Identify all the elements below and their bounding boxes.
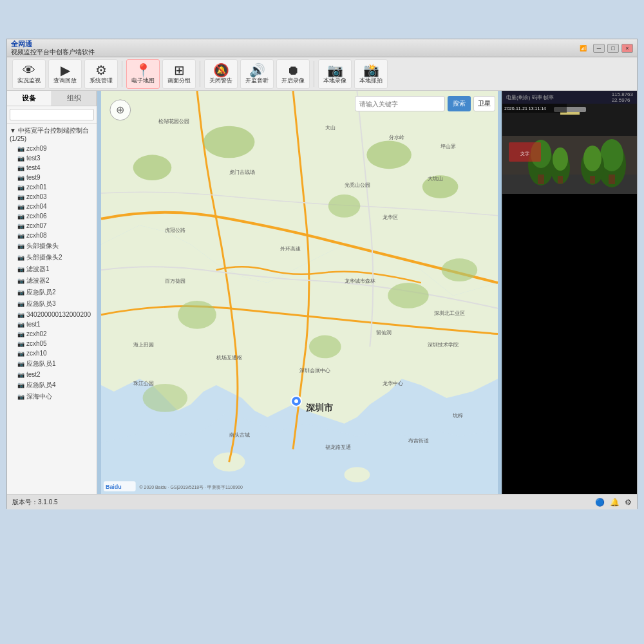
- tree-item-emergency3[interactable]: 📷应急队员3: [7, 298, 97, 310]
- tray-icon: 📶: [580, 45, 587, 52]
- tree-item-test1[interactable]: 📷test1: [7, 319, 97, 329]
- svg-rect-60: [538, 175, 544, 184]
- camera-icon-6: 📷: [17, 204, 24, 210]
- tree-item-head-cam2[interactable]: 📷头部摄像头2: [7, 252, 97, 263]
- svg-text:龙华城市森林: 龙华城市森林: [345, 278, 375, 284]
- alarm-off-label: 关闭警告: [209, 78, 232, 84]
- svg-point-15: [143, 384, 188, 412]
- toolbar-emap-btn[interactable]: 📍 电子地图: [126, 59, 160, 89]
- realtime-label: 实况监视: [17, 78, 41, 84]
- svg-text:⊕: ⊕: [116, 104, 124, 115]
- toolbar-snap-btn[interactable]: 📸 本地抓拍: [354, 59, 388, 89]
- map-svg: 深圳市 Baidu © 2020 Baidu · GS|2019/5218号 ·…: [97, 91, 502, 494]
- minimize-button[interactable]: ─: [593, 44, 605, 53]
- tree-item-shenzhen-center[interactable]: 📷深海中心: [7, 391, 97, 402]
- audio-label: 开监音听: [245, 78, 269, 84]
- camera-icon-3: 📷: [17, 175, 24, 181]
- realtime-icon: 👁: [23, 64, 35, 77]
- tree-item-test9[interactable]: 📷test9: [7, 173, 97, 182]
- toolbar-system-btn[interactable]: ⚙ 系统管理: [84, 59, 118, 89]
- toolbar-record-btn[interactable]: ⏺ 开启录像: [276, 59, 310, 89]
- camera-icon-14: 📷: [17, 289, 24, 296]
- brand: 全网通 视频监控平台中创客户端软件: [11, 40, 95, 56]
- tree-item-zcxh08[interactable]: 📷zcxh08: [7, 231, 97, 240]
- toolbar-realtime-btn[interactable]: 👁 实况监视: [12, 59, 46, 89]
- tree-item-filter2[interactable]: 📷滤波器2: [7, 275, 97, 287]
- camera-icon-15: 📷: [17, 301, 24, 307]
- tree-item-emergency2[interactable]: 📷应急队员2: [7, 287, 97, 298]
- tree-item-zcxh09[interactable]: 📷zcxh09: [7, 144, 97, 153]
- toolbar-local-record-btn[interactable]: 📷 本地录像: [318, 59, 352, 89]
- svg-text:深圳会展中心: 深圳会展中心: [299, 368, 330, 374]
- svg-text:松湖花园公园: 松湖花园公园: [158, 118, 189, 124]
- svg-text:福龙路互通: 福龙路互通: [325, 444, 351, 450]
- tree-item-zcxh01[interactable]: 📷zcxh01: [7, 182, 97, 192]
- svg-point-7: [204, 126, 254, 158]
- tree-item-zcxh10[interactable]: 📷zcxh10: [7, 348, 97, 358]
- tab-groups[interactable]: 组织: [52, 91, 97, 106]
- tree-item-test3[interactable]: 📷test3: [7, 153, 97, 163]
- main-content: 设备 组织 ▼ 中拓宽平台控制端控制台(1/25) 📷zcxh09 📷test3…: [7, 91, 637, 494]
- map-area[interactable]: 深圳市 Baidu © 2020 Baidu · GS|2019/5218号 ·…: [97, 91, 502, 494]
- tree-item-test2[interactable]: 📷test2: [7, 370, 97, 379]
- toolbar-screen-btn[interactable]: ⊞ 画面分组: [162, 59, 196, 89]
- map-search-button[interactable]: 搜索: [448, 96, 471, 111]
- toolbar-playback-btn[interactable]: ▶ 查询回放: [48, 59, 82, 89]
- tree-item-zcxh05[interactable]: 📷zcxh05: [7, 339, 97, 348]
- tree-item-zcxh07[interactable]: 📷zcxh07: [7, 221, 97, 231]
- tree-item-head-cam1[interactable]: 📷头部摄像头: [7, 240, 97, 252]
- camera-icon-12: 📷: [17, 266, 24, 272]
- status-icon-alert: 🔔: [610, 498, 620, 507]
- camera-bottom: [502, 194, 637, 494]
- camera-icon-9: 📷: [17, 232, 24, 239]
- camera-header: 电量(剩余) 码率 帧率 115.876322.5976: [502, 91, 637, 104]
- tree-item-emergency4[interactable]: 📷应急队员4: [7, 379, 97, 391]
- tree-root-expand-icon: ▼: [10, 127, 18, 134]
- svg-point-8: [366, 141, 412, 169]
- svg-point-5: [345, 467, 370, 482]
- tree-item-longid[interactable]: 📷340200000132000200: [7, 310, 97, 319]
- system-label: 系统管理: [90, 78, 113, 84]
- svg-text:文字: 文字: [520, 151, 529, 156]
- playback-icon: ▶: [61, 64, 70, 77]
- toolbar-audio-btn[interactable]: 🔊 开监音听: [240, 59, 274, 89]
- map-type-button[interactable]: 卫星: [473, 96, 495, 111]
- svg-text:坑梓: 坑梓: [452, 413, 463, 419]
- title-bar: 全网通 视频监控平台中创客户端软件 📶 ─ □ ×: [7, 39, 637, 57]
- status-bar: 版本号：3.1.0.5 🔵 🔔 ⚙: [7, 494, 637, 509]
- tab-devices[interactable]: 设备: [7, 91, 52, 106]
- tree-root[interactable]: ▼ 中拓宽平台控制端控制台(1/25): [7, 125, 97, 144]
- maximize-button[interactable]: □: [607, 44, 619, 53]
- svg-text:虎门古战场: 虎门古战场: [229, 169, 255, 175]
- svg-point-4: [213, 452, 245, 471]
- snap-label: 本地抓拍: [359, 78, 383, 84]
- tree-item-test4[interactable]: 📷test4: [7, 163, 97, 173]
- sidebar-tree[interactable]: ▼ 中拓宽平台控制端控制台(1/25) 📷zcxh09 📷test3 📷test…: [7, 124, 97, 494]
- camera-icon-17: 📷: [17, 321, 24, 328]
- toolbar-sep-3: [314, 61, 314, 87]
- svg-text:龙华中心: 龙华中心: [383, 381, 403, 386]
- snap-icon: 📸: [363, 64, 379, 77]
- sidebar: 设备 组织 ▼ 中拓宽平台控制端控制台(1/25) 📷zcxh09 📷test3…: [7, 91, 97, 494]
- sidebar-search-input[interactable]: [10, 109, 94, 120]
- tree-item-filter1[interactable]: 📷滤波器1: [7, 263, 97, 275]
- svg-text:龙华区: 龙华区: [383, 214, 398, 220]
- camera-icon-20: 📷: [17, 350, 24, 357]
- svg-text:珠江公园: 珠江公园: [133, 381, 154, 386]
- tree-item-zcxh06[interactable]: 📷zcxh06: [7, 211, 97, 221]
- svg-text:深圳北工业区: 深圳北工业区: [434, 310, 465, 316]
- camera-header-info: 电量(剩余) 码率 帧率: [506, 94, 554, 101]
- tree-item-zcxh04[interactable]: 📷zcxh04: [7, 202, 97, 211]
- tree-item-emergency1[interactable]: 📷应急队员1: [7, 358, 97, 370]
- tree-item-zcxh03[interactable]: 📷zcxh03: [7, 192, 97, 202]
- map-search-input[interactable]: [355, 96, 445, 111]
- toolbar-alarm-off-btn[interactable]: 🔕 关闭警告: [204, 59, 238, 89]
- svg-point-14: [309, 336, 341, 359]
- svg-point-12: [388, 283, 429, 308]
- close-button[interactable]: ×: [621, 44, 633, 53]
- camera-icon-13: 📷: [17, 278, 24, 284]
- tree-item-zcxh02[interactable]: 📷zcxh02: [7, 329, 97, 339]
- svg-text:百万葵园: 百万葵园: [165, 278, 185, 284]
- camera-feed-image: 文字 2020-11-21 13:11:14: [502, 104, 637, 194]
- svg-rect-54: [609, 175, 615, 184]
